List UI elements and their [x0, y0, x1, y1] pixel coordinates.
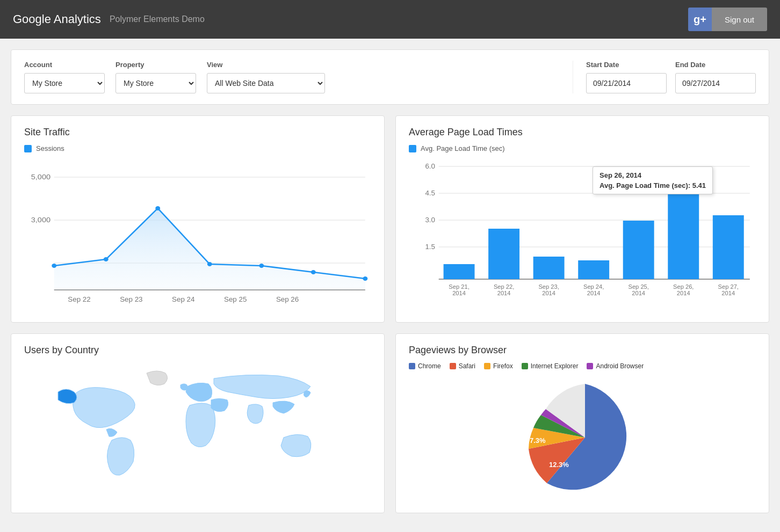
start-date-label: Start Date — [586, 61, 667, 69]
header-left: Google Analytics Polymer Elements Demo — [13, 12, 205, 26]
page-load-title: Average Page Load Times — [409, 127, 756, 138]
end-date-group: End Date 09/27/2014 — [675, 61, 756, 93]
gplus-button[interactable]: g+ — [688, 8, 712, 31]
ie-label: Internet Explorer — [531, 362, 579, 370]
app-header: Google Analytics Polymer Elements Demo g… — [0, 0, 780, 39]
svg-text:Sep 22: Sep 22 — [68, 296, 90, 303]
view-label: View — [207, 61, 325, 69]
svg-point-11 — [259, 264, 264, 268]
sessions-legend-label: Sessions — [36, 144, 64, 152]
svg-text:Sep 24,: Sep 24, — [583, 284, 604, 290]
account-select[interactable]: My Store — [24, 73, 105, 93]
sessions-legend-color — [24, 145, 32, 152]
pie-legend: Chrome Safari Firefox Internet Explorer … — [409, 362, 756, 370]
svg-text:Sep 26,: Sep 26, — [673, 284, 694, 290]
app-title: Google Analytics — [13, 12, 101, 26]
bottom-row: Users by Country — [11, 333, 769, 513]
svg-text:Sep 27,: Sep 27, — [718, 284, 739, 290]
users-by-country-title: Users by Country — [24, 345, 371, 356]
end-date-label: End Date — [675, 61, 756, 69]
header-right: g+ Sign out — [688, 8, 767, 31]
svg-text:2014: 2014 — [452, 290, 466, 296]
bar-chart-container: Sep 26, 2014 Avg. Page Load Time (sec): … — [409, 161, 756, 311]
svg-rect-30 — [533, 257, 565, 279]
svg-text:2014: 2014 — [587, 290, 601, 296]
chrome-label: Chrome — [418, 362, 441, 370]
svg-text:3,000: 3,000 — [31, 216, 51, 224]
legend-android: Android Browser — [587, 362, 644, 370]
legend-chrome: Chrome — [409, 362, 441, 370]
filter-group: Account My Store Property My Store View … — [24, 61, 564, 93]
svg-rect-33 — [668, 169, 699, 279]
pie-chart-svg: 12.3% 7.3% — [491, 378, 674, 497]
svg-text:2014: 2014 — [497, 290, 511, 296]
page-load-legend: Avg. Page Load Time (sec) — [409, 144, 756, 152]
svg-text:Sep 21,: Sep 21, — [449, 284, 469, 290]
app-subtitle: Polymer Elements Demo — [110, 14, 205, 24]
pie-container: 12.3% 7.3% — [409, 378, 756, 497]
svg-text:Sep 23: Sep 23 — [120, 296, 142, 303]
svg-text:Sep 26: Sep 26 — [276, 296, 299, 303]
date-group: Start Date 09/21/2014 End Date 09/27/201… — [573, 61, 756, 93]
legend-ie: Internet Explorer — [522, 362, 579, 370]
svg-point-7 — [52, 264, 56, 268]
world-map-svg — [24, 362, 371, 502]
legend-firefox: Firefox — [484, 362, 513, 370]
page-load-legend-color — [409, 145, 416, 152]
svg-text:2014: 2014 — [632, 290, 645, 296]
page-load-legend-label: Avg. Page Load Time (sec) — [421, 144, 505, 152]
svg-text:Sep 25,: Sep 25, — [629, 284, 649, 290]
svg-text:2014: 2014 — [542, 290, 555, 296]
svg-text:5,000: 5,000 — [31, 173, 51, 181]
users-by-country-card: Users by Country — [11, 333, 385, 513]
main-content: Account My Store Property My Store View … — [0, 39, 780, 524]
firefox-label: Firefox — [493, 362, 513, 370]
account-filter: Account My Store — [24, 61, 105, 93]
android-label: Android Browser — [596, 362, 644, 370]
svg-point-12 — [311, 270, 316, 274]
end-date-input[interactable]: 09/27/2014 — [675, 73, 756, 93]
bar-chart-svg: 6.0 4.5 3.0 1.5 — [409, 161, 756, 311]
svg-marker-6 — [54, 208, 365, 290]
svg-rect-28 — [444, 264, 475, 279]
svg-text:7.3%: 7.3% — [530, 436, 546, 444]
svg-text:Sep 24: Sep 24 — [172, 296, 194, 303]
svg-text:4.5: 4.5 — [425, 190, 435, 197]
svg-rect-31 — [578, 260, 609, 279]
account-label: Account — [24, 61, 105, 69]
site-traffic-legend: Sessions — [24, 144, 371, 152]
property-select[interactable]: My Store — [115, 73, 196, 93]
svg-text:1.5: 1.5 — [425, 244, 435, 251]
pageviews-title: Pageviews by Browser — [409, 345, 756, 356]
svg-rect-34 — [713, 215, 744, 279]
signout-button[interactable]: Sign out — [712, 8, 767, 31]
chrome-dot — [409, 363, 415, 369]
property-filter: Property My Store — [115, 61, 196, 93]
page-load-card: Average Page Load Times Avg. Page Load T… — [395, 115, 769, 323]
view-select[interactable]: All Web Site Data — [207, 73, 325, 93]
svg-rect-29 — [488, 229, 519, 279]
line-chart-container: 5,000 3,000 — [24, 161, 371, 311]
map-container — [24, 362, 371, 502]
view-filter: View All Web Site Data — [207, 61, 325, 93]
filter-bar: Account My Store Property My Store View … — [11, 49, 769, 105]
ie-dot — [522, 363, 528, 369]
android-dot — [587, 363, 593, 369]
legend-safari: Safari — [450, 362, 475, 370]
firefox-dot — [484, 363, 490, 369]
site-traffic-card: Site Traffic Sessions 5,000 3,000 — [11, 115, 385, 323]
svg-point-9 — [155, 206, 160, 210]
svg-rect-32 — [623, 221, 654, 279]
pageviews-by-browser-card: Pageviews by Browser Chrome Safari Firef… — [395, 333, 769, 513]
svg-text:2014: 2014 — [677, 290, 690, 296]
svg-text:Sep 23,: Sep 23, — [538, 284, 559, 290]
site-traffic-title: Site Traffic — [24, 127, 371, 138]
property-label: Property — [115, 61, 196, 69]
svg-text:Sep 25: Sep 25 — [224, 296, 247, 303]
start-date-input[interactable]: 09/21/2014 — [586, 73, 667, 93]
safari-dot — [450, 363, 456, 369]
svg-text:12.3%: 12.3% — [549, 461, 569, 469]
svg-point-13 — [363, 276, 367, 281]
svg-text:3.0: 3.0 — [425, 217, 435, 224]
charts-row: Site Traffic Sessions 5,000 3,000 — [11, 115, 769, 323]
